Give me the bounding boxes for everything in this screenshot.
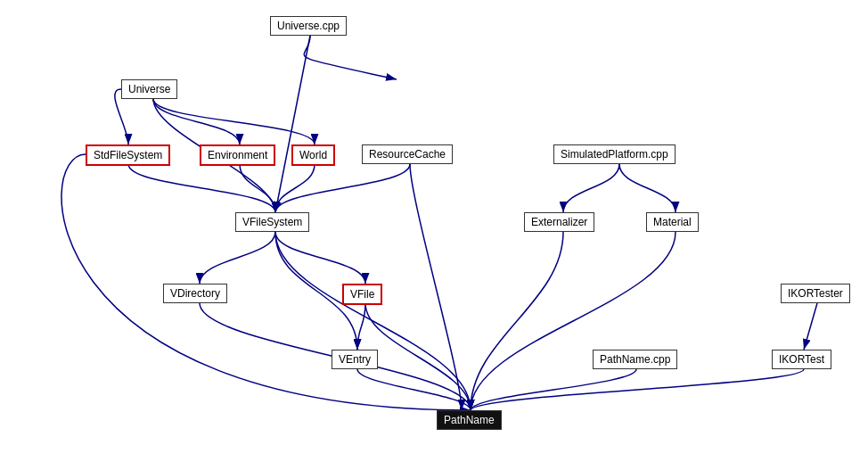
node-ventry: VEntry bbox=[332, 350, 378, 369]
node-ikortester: IKORTester bbox=[781, 284, 850, 303]
node-pathname: PathName bbox=[437, 410, 502, 430]
node-stdfilesystem: StdFileSystem bbox=[86, 144, 170, 166]
node-externalizer: Externalizer bbox=[524, 212, 594, 232]
node-vfile: VFile bbox=[342, 284, 382, 305]
node-world: World bbox=[291, 144, 335, 166]
node-vfilesystem: VFileSystem bbox=[235, 212, 309, 232]
node-universe_cpp: Universe.cpp bbox=[270, 16, 347, 36]
node-ikortest: IKORTest bbox=[772, 350, 831, 369]
node-resourcecache: ResourceCache bbox=[362, 144, 453, 164]
node-environment: Environment bbox=[200, 144, 275, 166]
dependency-diagram bbox=[0, 0, 868, 470]
node-material: Material bbox=[646, 212, 699, 232]
diagram-container: Universe.cppUniverseStdFileSystemEnviron… bbox=[0, 0, 868, 470]
node-pathname_cpp: PathName.cpp bbox=[593, 350, 677, 369]
node-universe: Universe bbox=[121, 79, 177, 99]
node-vdirectory: VDirectory bbox=[163, 284, 227, 303]
node-simulatedplatform_cpp: SimulatedPlatform.cpp bbox=[553, 144, 676, 164]
